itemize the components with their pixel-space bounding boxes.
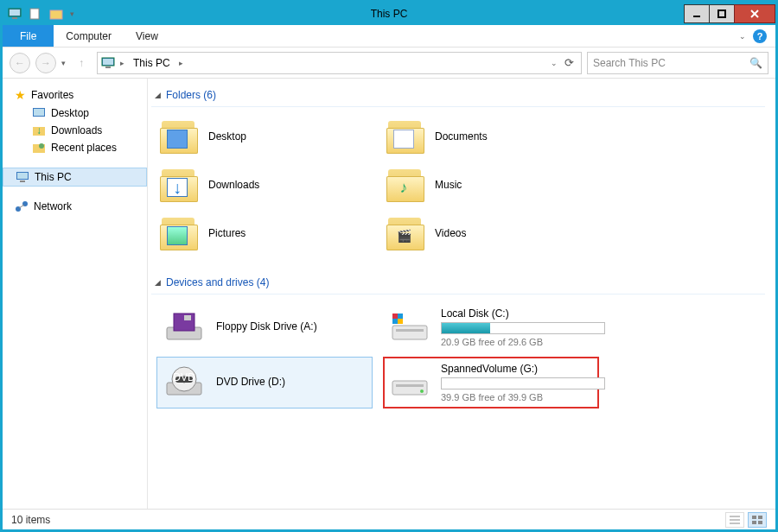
folders-section-header[interactable]: ◢ Folders (6) (151, 86, 765, 107)
sidebar-item-thispc[interactable]: This PC (3, 168, 147, 187)
folder-desktop[interactable]: Desktop (156, 114, 373, 159)
details-view-button[interactable] (725, 512, 744, 528)
ribbon-expand-icon[interactable]: ⌄ (739, 32, 746, 41)
usage-bar (441, 322, 605, 334)
svg-rect-43 (752, 516, 756, 519)
back-button[interactable]: ← (10, 53, 30, 73)
folder-videos[interactable]: Videos (383, 211, 599, 256)
hdd-icon (389, 365, 430, 400)
svg-rect-26 (184, 315, 191, 320)
drive-local-c[interactable]: Local Disk (C:) 20.9 GB free of 29.6 GB (383, 301, 599, 353)
recent-icon (32, 142, 46, 154)
chevron-right-icon[interactable]: ▸ (120, 59, 124, 67)
folder-downloads[interactable]: Downloads (156, 162, 373, 207)
folder-icon (386, 168, 424, 202)
navigation-pane[interactable]: ★ Favorites Desktop ↓ Downloads Recent p… (3, 79, 148, 509)
svg-point-39 (420, 390, 424, 393)
chevron-right-icon[interactable]: ▸ (179, 59, 183, 67)
folder-icon[interactable] (49, 8, 63, 20)
refresh-icon[interactable]: ⟳ (564, 56, 574, 69)
address-dropdown-icon[interactable]: ⌄ (551, 59, 558, 67)
view-tab[interactable]: View (124, 25, 170, 47)
svg-text:↓: ↓ (36, 124, 41, 136)
sidebar-item-desktop[interactable]: Desktop (3, 104, 147, 122)
svg-text:DVD: DVD (173, 371, 195, 383)
menubar: File Computer View ⌄ ? (3, 25, 775, 48)
statusbar: 10 items (3, 509, 775, 529)
explorer-window: ▾ This PC File Computer View ⌄ ? ← → ▾ ↑… (0, 0, 778, 532)
qat-dropdown-icon[interactable]: ▾ (70, 10, 74, 18)
history-dropdown-icon[interactable]: ▾ (61, 59, 66, 67)
close-button[interactable] (734, 4, 775, 23)
folder-icon (386, 216, 424, 250)
svg-rect-45 (752, 521, 756, 524)
dvd-icon: DVD (163, 365, 206, 400)
folder-icon (160, 119, 198, 154)
svg-rect-3 (30, 9, 39, 19)
svg-rect-30 (392, 314, 398, 319)
computer-icon (8, 8, 22, 20)
svg-rect-19 (17, 173, 28, 179)
svg-rect-6 (718, 10, 725, 17)
floppy-icon (163, 310, 206, 345)
svg-rect-38 (396, 384, 424, 387)
drives-section-header[interactable]: ◢ Devices and drives (4) (151, 273, 765, 294)
search-placeholder: Search This PC (593, 57, 666, 69)
content-pane[interactable]: ◢ Folders (6) Desktop Documents Download… (148, 79, 775, 509)
address-bar[interactable]: ▸ This PC ▸ ⌄ ⟳ (97, 52, 582, 74)
folders-grid: Desktop Documents Downloads Music Pictur… (151, 112, 765, 257)
location-computer-icon (101, 57, 115, 69)
forward-button[interactable]: → (35, 53, 56, 73)
help-icon[interactable]: ? (753, 29, 767, 43)
svg-rect-1 (10, 10, 20, 16)
drive-floppy[interactable]: Floppy Disk Drive (A:) (156, 301, 373, 353)
svg-rect-46 (758, 521, 762, 524)
svg-rect-20 (20, 180, 25, 182)
window-title: This PC (371, 8, 408, 20)
svg-point-17 (39, 143, 44, 149)
svg-rect-44 (758, 516, 762, 519)
folder-icon (386, 119, 424, 154)
sidebar-item-downloads[interactable]: ↓ Downloads (3, 122, 147, 139)
svg-rect-31 (398, 319, 403, 324)
maximize-button[interactable] (709, 4, 735, 23)
item-count: 10 items (11, 514, 50, 526)
navbar: ← → ▾ ↑ ▸ This PC ▸ ⌄ ⟳ Search This PC 🔍 (3, 48, 775, 79)
desktop-icon (32, 107, 46, 119)
network-icon (15, 200, 29, 212)
sidebar-item-network[interactable]: Network (3, 198, 147, 215)
folder-icon (160, 168, 198, 202)
folder-icon (160, 216, 198, 250)
folder-documents[interactable]: Documents (383, 114, 599, 159)
drives-grid: Floppy Disk Drive (A:) Local Disk (C:) 2… (151, 300, 765, 410)
folder-music[interactable]: Music (383, 162, 599, 207)
drive-spanned-g[interactable]: SpannedVolume (G:) 39.9 GB free of 39.9 … (383, 357, 599, 408)
svg-rect-28 (396, 329, 424, 332)
collapse-icon[interactable]: ◢ (155, 91, 161, 99)
svg-rect-11 (105, 66, 111, 68)
svg-line-23 (19, 205, 24, 208)
computer-tab[interactable]: Computer (54, 25, 124, 47)
svg-rect-10 (103, 59, 113, 65)
svg-rect-2 (12, 17, 17, 19)
titlebar[interactable]: ▾ This PC (3, 3, 775, 25)
breadcrumb-thispc[interactable]: This PC (130, 57, 174, 69)
svg-rect-27 (392, 326, 427, 339)
folder-pictures[interactable]: Pictures (156, 211, 373, 256)
minimize-button[interactable] (684, 4, 710, 23)
file-tab[interactable]: File (3, 25, 54, 47)
star-icon: ★ (15, 88, 26, 102)
quick-access-toolbar: ▾ (3, 8, 74, 20)
properties-icon[interactable] (29, 8, 42, 20)
computer-icon (16, 171, 29, 183)
icons-view-button[interactable] (748, 512, 767, 528)
search-input[interactable]: Search This PC 🔍 (587, 52, 768, 74)
favorites-header[interactable]: ★ Favorites (3, 86, 147, 104)
sidebar-item-recent[interactable]: Recent places (3, 139, 147, 156)
window-buttons (685, 4, 775, 23)
up-button[interactable]: ↑ (71, 53, 92, 73)
svg-rect-4 (50, 10, 62, 19)
usage-bar (441, 377, 605, 390)
drive-dvd[interactable]: DVD DVD Drive (D:) (156, 357, 373, 408)
collapse-icon[interactable]: ◢ (155, 278, 161, 287)
